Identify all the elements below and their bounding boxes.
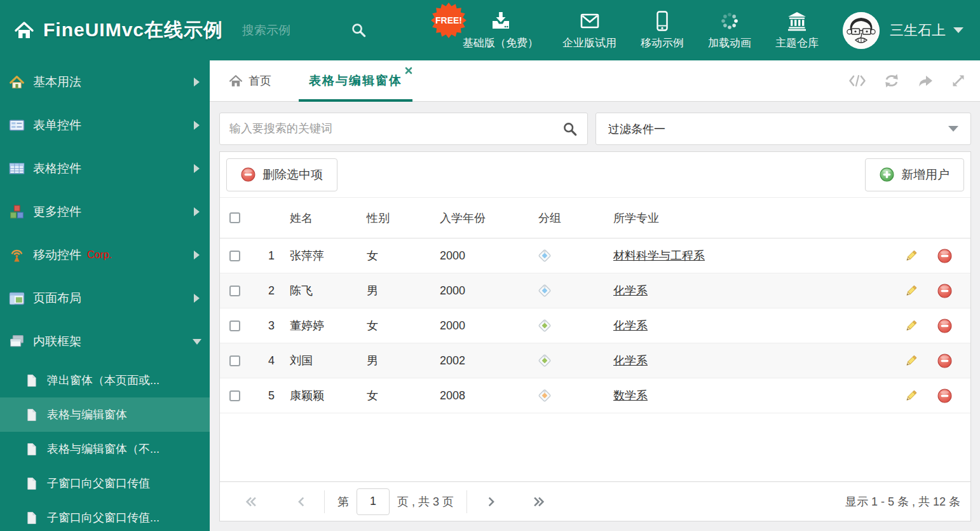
sidebar-item-mobile-controls[interactable]: 移动控件 Corp. (0, 233, 210, 277)
edit-icon[interactable] (904, 249, 918, 263)
column-header-major[interactable]: 所学专业 (613, 210, 895, 226)
search-icon[interactable] (351, 22, 367, 38)
file-icon (25, 374, 37, 387)
filter-row: 过滤条件一 (219, 113, 971, 145)
cell-year: 2000 (440, 319, 538, 333)
column-header-gender[interactable]: 性别 (367, 210, 440, 226)
sidebar-item-label: 表单控件 (33, 117, 81, 134)
search-icon[interactable] (562, 121, 578, 137)
filter-dropdown[interactable]: 过滤条件一 (595, 113, 971, 145)
nav-enterprise-trial[interactable]: 企业版试用 (562, 11, 616, 50)
minus-circle-icon (241, 167, 255, 182)
sidebar-item-basic-usage[interactable]: 基本用法 (0, 60, 210, 104)
prev-page-icon[interactable] (295, 495, 309, 509)
sidebar-item-page-layout[interactable]: 页面布局 (0, 277, 210, 320)
sidebar-subitem-child-to-parent[interactable]: 子窗口向父窗口传值 (0, 466, 210, 500)
page-suffix: 页 , 共 3 页 (397, 494, 454, 509)
bank-icon (786, 11, 808, 31)
refresh-icon[interactable] (883, 73, 900, 88)
delete-selected-button[interactable]: 删除选中项 (226, 158, 337, 191)
code-icon[interactable] (848, 74, 866, 88)
last-page-icon[interactable] (532, 495, 546, 509)
row-checkbox[interactable] (229, 355, 240, 366)
column-header-year[interactable]: 入学年份 (440, 210, 538, 226)
tab-toolbar (848, 73, 966, 88)
download-icon (490, 11, 512, 31)
cell-year: 2000 (440, 284, 538, 298)
sidebar-subitem-grid-edit-window[interactable]: 表格与编辑窗体 (0, 397, 210, 432)
table-row[interactable]: 1 张萍萍 女 2000 材料科学与工程系 (220, 238, 970, 273)
nav-theme-store[interactable]: 主题仓库 (775, 11, 819, 50)
nav-mobile-demo[interactable]: 移动示例 (641, 11, 684, 50)
tag-icon (538, 249, 551, 262)
edit-icon[interactable] (904, 319, 918, 333)
cell-name: 刘国 (275, 353, 367, 368)
cell-year: 2000 (440, 249, 538, 263)
sidebar-subitem-popup-window[interactable]: 弹出窗体（本页面或... (0, 363, 210, 397)
close-tab-icon[interactable] (405, 67, 412, 74)
delete-icon[interactable] (937, 249, 952, 263)
row-checkbox[interactable] (229, 286, 240, 296)
filter-dropdown-value: 过滤条件一 (608, 121, 665, 137)
avatar[interactable] (843, 12, 880, 49)
sidebar-item-grid-controls[interactable]: 表格控件 (0, 147, 210, 190)
row-index: 1 (249, 249, 275, 263)
tab-home[interactable]: 首页 (219, 60, 281, 101)
corp-badge: Corp. (87, 249, 112, 261)
home-icon[interactable] (14, 21, 34, 40)
edit-icon[interactable] (904, 284, 918, 298)
major-link[interactable]: 数学系 (613, 389, 648, 402)
plus-circle-icon (880, 167, 894, 182)
table-row[interactable]: 3 董婷婷 女 2000 化学系 (220, 308, 970, 343)
table-row[interactable]: 4 刘国 男 2002 化学系 (220, 343, 970, 378)
first-page-icon[interactable] (244, 495, 258, 509)
cell-gender: 女 (367, 388, 440, 403)
forward-icon[interactable] (917, 74, 934, 88)
column-header-name[interactable]: 姓名 (275, 210, 367, 226)
major-link[interactable]: 化学系 (613, 354, 648, 367)
nav-loading-animation[interactable]: 加载动画 (708, 11, 751, 50)
edit-icon[interactable] (904, 389, 918, 403)
sidebar-subitem-grid-edit-window-2[interactable]: 表格与编辑窗体（不... (0, 432, 210, 466)
cell-group (538, 389, 613, 402)
user-menu[interactable]: 三生石上 (843, 12, 963, 49)
table-header-row: 姓名 性别 入学年份 分组 所学专业 (220, 198, 970, 238)
top-header: FineUIMvc在线示例 FREE! 基础版（免费） (0, 0, 980, 60)
column-header-group[interactable]: 分组 (538, 210, 613, 226)
delete-icon[interactable] (937, 319, 952, 333)
row-checkbox[interactable] (229, 321, 240, 331)
sidebar-subitem-label: 表格与编辑窗体（不... (47, 441, 160, 457)
pagination-summary: 显示 1 - 5 条 , 共 12 条 (845, 494, 960, 509)
sidebar-item-label: 移动控件 (33, 247, 81, 263)
pager-divider (466, 490, 467, 513)
table-row[interactable]: 5 康颖颖 女 2008 数学系 (220, 378, 970, 413)
table-row[interactable]: 2 陈飞 男 2000 化学系 (220, 273, 970, 308)
keyword-search-input[interactable] (229, 122, 562, 135)
header-search-input[interactable] (242, 24, 347, 38)
delete-icon[interactable] (937, 354, 952, 368)
fullscreen-icon[interactable] (951, 73, 966, 88)
nav-basic-free[interactable]: FREE! 基础版（免费） (463, 11, 538, 50)
sidebar-submenu: 弹出窗体（本页面或... 表格与编辑窗体 表格与编辑窗体（不... 子窗口向父窗… (0, 363, 210, 531)
pagination-bar: 第 页 , 共 3 页 显示 1 - 5 条 , 共 12 条 (220, 481, 970, 521)
major-link[interactable]: 化学系 (613, 284, 648, 297)
next-page-icon[interactable] (484, 495, 498, 509)
sidebar-item-more-controls[interactable]: 更多控件 (0, 190, 210, 233)
sidebar-subitem-child-to-parent-2[interactable]: 子窗口向父窗口传值... (0, 500, 210, 531)
delete-icon[interactable] (937, 284, 952, 298)
select-all-checkbox[interactable] (229, 212, 240, 223)
row-checkbox[interactable] (229, 390, 240, 401)
nav-label: 加载动画 (708, 36, 751, 50)
sidebar-item-form-controls[interactable]: 表单控件 (0, 104, 210, 147)
sidebar-item-iframe[interactable]: 内联框架 (0, 320, 210, 363)
page-number-input[interactable] (357, 488, 390, 515)
major-link[interactable]: 化学系 (613, 319, 648, 332)
major-link[interactable]: 材料科学与工程系 (613, 249, 705, 262)
layout-icon (9, 291, 25, 307)
tab-grid-edit-window[interactable]: 表格与编辑窗体 (299, 60, 412, 101)
delete-icon[interactable] (937, 389, 952, 403)
row-checkbox[interactable] (229, 251, 240, 261)
edit-icon[interactable] (904, 354, 918, 368)
chevron-down-icon (948, 126, 958, 132)
add-user-button[interactable]: 新增用户 (865, 158, 964, 191)
